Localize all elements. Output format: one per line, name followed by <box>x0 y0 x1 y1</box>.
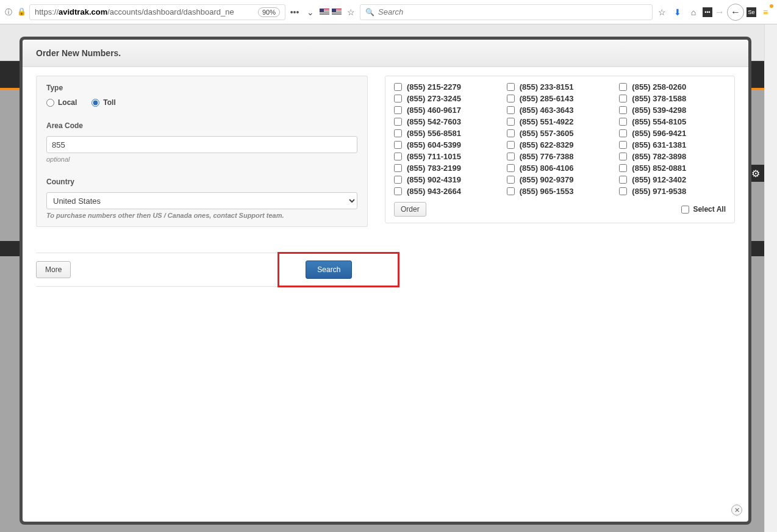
menu-icon[interactable]: ≡ <box>759 5 772 19</box>
number-checkbox[interactable]: (855) 965-1553 <box>507 187 614 196</box>
number-checkbox[interactable]: (855) 943-2664 <box>394 187 501 196</box>
extension-icon[interactable]: ••• <box>703 7 712 17</box>
type-toll-radio[interactable]: Toll <box>91 98 115 107</box>
number-checkbox[interactable]: (855) 971-9538 <box>619 187 726 196</box>
number-label: (855) 806-4106 <box>520 164 574 173</box>
number-checkbox[interactable]: (855) 285-6143 <box>507 94 614 103</box>
number-label: (855) 912-3402 <box>632 175 686 184</box>
number-checkbox[interactable]: (855) 852-0881 <box>619 164 726 173</box>
select-all-checkbox[interactable]: Select All <box>681 205 726 214</box>
number-label: (855) 285-6143 <box>520 94 574 103</box>
number-label: (855) 273-3245 <box>407 94 461 103</box>
number-checkbox[interactable]: (855) 604-5399 <box>394 140 501 149</box>
search-criteria-panel: Type Local Toll Area Code optional <box>36 76 368 287</box>
number-label: (855) 215-2279 <box>407 82 461 92</box>
action-row: More Search <box>36 253 368 287</box>
type-label: Type <box>37 76 367 96</box>
number-checkbox[interactable]: (855) 378-1588 <box>619 94 726 103</box>
number-grid: (855) 215-2279(855) 233-8151(855) 258-02… <box>394 82 726 196</box>
area-code-hint: optional <box>46 156 357 163</box>
number-label: (855) 463-3643 <box>520 106 574 115</box>
order-button[interactable]: Order <box>394 202 426 217</box>
number-label: (855) 378-1588 <box>632 94 686 103</box>
flag-us-icon[interactable] <box>332 9 342 15</box>
number-checkbox[interactable]: (855) 273-3245 <box>394 94 501 103</box>
number-label: (855) 539-4298 <box>632 106 686 115</box>
modal-backdrop: Order New Numbers. Type Local Toll Area … <box>20 37 751 525</box>
browser-chrome: ⓘ 🔒 https://avidtrak.com/accounts/dashbo… <box>0 0 777 24</box>
number-checkbox[interactable]: (855) 233-8151 <box>507 82 614 92</box>
number-label: (855) 711-1015 <box>407 152 461 161</box>
number-checkbox[interactable]: (855) 258-0260 <box>619 82 726 92</box>
more-button[interactable]: More <box>36 261 71 278</box>
type-local-radio[interactable]: Local <box>46 98 77 107</box>
number-checkbox[interactable]: (855) 711-1015 <box>394 152 501 161</box>
number-label: (855) 776-7388 <box>520 152 574 161</box>
number-checkbox[interactable]: (855) 631-1381 <box>619 140 726 149</box>
number-checkbox[interactable]: (855) 554-8105 <box>619 117 726 126</box>
bookmark-star-icon[interactable]: ☆ <box>655 5 668 19</box>
number-checkbox[interactable]: (855) 912-3402 <box>619 175 726 184</box>
number-checkbox[interactable]: (855) 902-4319 <box>394 175 501 184</box>
number-label: (855) 622-8329 <box>520 140 574 149</box>
number-label: (855) 631-1381 <box>632 140 686 149</box>
number-checkbox[interactable]: (855) 215-2279 <box>394 82 501 92</box>
home-icon[interactable]: ⌂ <box>687 5 700 19</box>
country-select[interactable]: United States <box>46 192 357 209</box>
search-button[interactable]: Search <box>306 261 352 279</box>
number-label: (855) 233-8151 <box>520 82 574 92</box>
number-label: (855) 557-3605 <box>520 129 574 138</box>
number-checkbox[interactable]: (855) 806-4106 <box>507 164 614 173</box>
number-checkbox[interactable]: (855) 902-9379 <box>507 175 614 184</box>
number-checkbox[interactable]: (855) 460-9617 <box>394 106 501 115</box>
area-code-input[interactable] <box>46 136 357 153</box>
number-checkbox[interactable]: (855) 463-3643 <box>507 106 614 115</box>
pocket-icon[interactable]: ⌄ <box>304 5 317 19</box>
number-label: (855) 782-3898 <box>632 152 686 161</box>
number-checkbox[interactable]: (855) 783-2199 <box>394 164 501 173</box>
number-label: (855) 902-4319 <box>407 175 461 184</box>
number-label: (855) 971-9538 <box>632 187 686 196</box>
gear-icon: ⚙ <box>751 168 760 179</box>
vertical-scrollbar[interactable] <box>764 24 777 532</box>
info-icon[interactable]: ⓘ <box>5 7 15 17</box>
modal-title: Order New Numbers. <box>23 40 748 67</box>
close-button[interactable]: ✕ <box>731 505 742 516</box>
number-label: (855) 542-7603 <box>407 117 461 126</box>
number-checkbox[interactable]: (855) 551-4922 <box>507 117 614 126</box>
zoom-badge[interactable]: 90% <box>258 7 280 17</box>
select-all-label: Select All <box>693 205 726 214</box>
number-checkbox[interactable]: (855) 782-3898 <box>619 152 726 161</box>
forward-greyed-icon: → <box>715 7 725 18</box>
country-hint: To purchase numbers other then US / Cana… <box>46 212 357 219</box>
lock-icon: 🔒 <box>17 7 27 17</box>
back-button[interactable]: ← <box>727 4 744 21</box>
number-label: (855) 551-4922 <box>520 117 574 126</box>
flag-us-icon[interactable] <box>320 9 329 15</box>
number-label: (855) 852-0881 <box>632 164 686 173</box>
type-toll-label: Toll <box>103 98 115 107</box>
number-checkbox[interactable]: (855) 539-4298 <box>619 106 726 115</box>
number-checkbox[interactable]: (855) 596-9421 <box>619 129 726 138</box>
number-label: (855) 554-8105 <box>632 117 686 126</box>
type-local-label: Local <box>58 98 77 107</box>
number-label: (855) 596-9421 <box>632 129 686 138</box>
number-label: (855) 965-1553 <box>520 187 574 196</box>
number-label: (855) 902-9379 <box>520 175 574 184</box>
search-input[interactable] <box>378 7 647 16</box>
download-icon[interactable]: ⬇ <box>671 5 684 19</box>
number-checkbox[interactable]: (855) 557-3605 <box>507 129 614 138</box>
search-bar[interactable]: 🔍 <box>360 4 653 20</box>
number-checkbox[interactable]: (855) 542-7603 <box>394 117 501 126</box>
number-checkbox[interactable]: (855) 776-7388 <box>507 152 614 161</box>
order-numbers-modal: Order New Numbers. Type Local Toll Area … <box>23 40 748 522</box>
url-bar[interactable]: https://avidtrak.com/accounts/dashboard/… <box>29 4 285 20</box>
more-icon[interactable]: ••• <box>288 5 301 19</box>
star-icon[interactable]: ☆ <box>344 5 357 19</box>
close-icon: ✕ <box>734 506 740 514</box>
selenium-icon[interactable]: Se <box>747 7 756 17</box>
number-checkbox[interactable]: (855) 622-8329 <box>507 140 614 149</box>
url-text: https://avidtrak.com/accounts/dashboard/… <box>35 7 258 16</box>
number-checkbox[interactable]: (855) 556-8581 <box>394 129 501 138</box>
number-label: (855) 943-2664 <box>407 187 461 196</box>
